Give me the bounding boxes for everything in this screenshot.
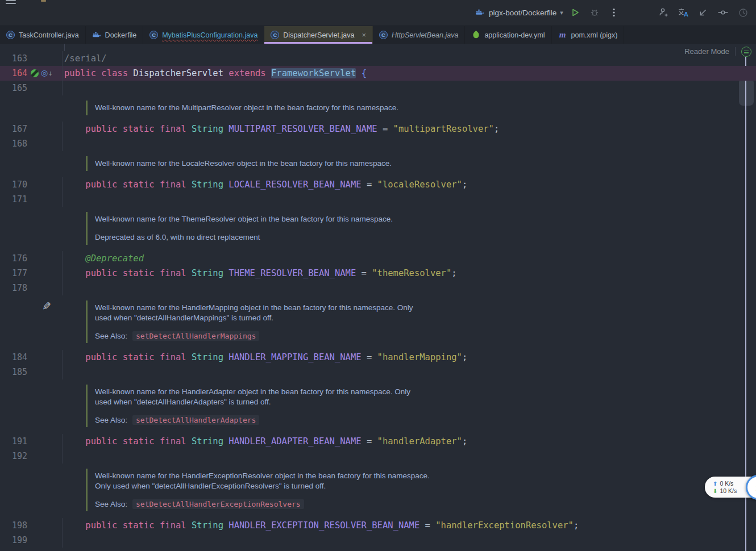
tab-application-dev-yml[interactable]: application-dev.yml — [465, 26, 551, 44]
subclassed-icon[interactable]: ◎↓ — [41, 69, 53, 78]
line-number[interactable]: 170 — [0, 177, 27, 192]
doc-line: Well-known name for the LocaleResolver o… — [95, 158, 392, 169]
tab-label: pom.xml (pigx) — [571, 31, 618, 39]
tab-dispatcherservlet-java[interactable]: CDispatcherServlet.java× — [264, 26, 373, 44]
token-plain — [64, 253, 85, 264]
code-line-176[interactable]: 176 @Deprecated — [0, 251, 756, 266]
code-text — [63, 281, 64, 295]
line-number[interactable]: 171 — [0, 192, 27, 207]
hamburger-menu-icon[interactable] — [6, 0, 16, 4]
code-line-163[interactable]: 163/serial/ — [0, 51, 756, 66]
debug-button[interactable] — [587, 5, 602, 20]
upload-arrow-icon: ⬆ — [713, 480, 717, 487]
tab-label: DispatcherServlet.java — [283, 31, 354, 39]
class-icon: C — [379, 31, 388, 39]
history-clock-icon[interactable] — [736, 5, 750, 20]
code-line-167[interactable]: 167 public static final String MULTIPART… — [0, 122, 756, 136]
gutter: 185 — [0, 365, 63, 379]
line-number[interactable]: 199 — [0, 533, 27, 548]
token-op: = — [362, 268, 372, 278]
doc-comment-block: Well-known name for the LocaleResolver o… — [0, 151, 756, 177]
token-op: ; — [462, 436, 467, 446]
code-line-199[interactable]: 199 — [0, 533, 756, 548]
line-number[interactable]: 178 — [0, 281, 27, 295]
see-also-link[interactable]: setDetectAllHandlerAdapters — [132, 415, 259, 425]
token-plain — [64, 124, 85, 134]
line-number[interactable]: 176 — [0, 251, 27, 266]
editor-pane[interactable]: Reader Mode 163/serial/164◎↓public class… — [0, 44, 756, 551]
doc-paragraph: Well-known name for the LocaleResolver o… — [95, 158, 392, 169]
tab-mybatisplusconfiguration-java[interactable]: CMybatisPlusConfiguration.java — [143, 26, 264, 44]
token-kw: public class — [64, 68, 133, 78]
line-number[interactable]: 163 — [0, 51, 27, 66]
run-configuration-widget[interactable]: pigx-boot/Dockerfile ▾ — [475, 5, 621, 20]
code-line-185[interactable]: 185 — [0, 365, 756, 379]
line-number[interactable]: 191 — [0, 434, 27, 449]
spring-bean-icon[interactable] — [31, 69, 39, 77]
code-line-184[interactable]: 184 public static final String HANDLER_M… — [0, 350, 756, 365]
move-window-arrow-icon[interactable] — [696, 5, 711, 20]
code-line-177[interactable]: 177 public static final String THEME_RES… — [0, 266, 756, 281]
token-plain — [64, 520, 85, 531]
token-plain — [64, 268, 85, 278]
token-op: = — [367, 436, 377, 446]
tab-httpservletbean-java[interactable]: CHttpServletBean.java — [373, 26, 465, 44]
line-number[interactable]: 185 — [0, 365, 27, 379]
tab-dockerfile[interactable]: Dockerfile — [86, 26, 144, 44]
code-line-198[interactable]: 198 public static final String HANDLER_E… — [0, 518, 756, 533]
edit-pencil-icon[interactable]: ✎ — [42, 300, 51, 312]
line-number[interactable]: 198 — [0, 518, 27, 533]
tab-taskcontroller-java[interactable]: CTaskController.java — [0, 26, 86, 44]
code-line-164[interactable]: 164◎↓public class DispatcherServlet exte… — [0, 66, 756, 81]
token-op: = — [367, 180, 377, 190]
code-line-192[interactable]: 192 — [0, 449, 756, 464]
code-text — [63, 192, 64, 207]
doc-comment-body: Well-known name for the HandlerMapping o… — [86, 300, 413, 343]
line-number[interactable]: 164 — [0, 66, 27, 81]
doc-comment-body: Well-known name for the MultipartResolve… — [86, 101, 398, 115]
token-kw: extends — [229, 68, 271, 78]
code-line-165[interactable]: 165 — [0, 81, 756, 95]
gutter: 176 — [0, 251, 63, 266]
token-str: "themeResolver" — [372, 268, 451, 278]
code-line-171[interactable]: 171 — [0, 192, 756, 207]
more-options-kebab-icon[interactable] — [607, 5, 621, 20]
token-type: String — [192, 268, 229, 278]
token-const: LOCALE_RESOLVER_BEAN_NAME — [229, 180, 367, 190]
translate-icon[interactable]: A — [676, 5, 691, 20]
doc-paragraph: Well-known name for the ThemeResolver ob… — [95, 214, 393, 224]
line-number[interactable]: 184 — [0, 350, 27, 365]
token-const: MULTIPART_RESOLVER_BEAN_NAME — [229, 124, 383, 134]
tab-close-icon[interactable]: × — [362, 31, 366, 39]
doc-line: Well-known name for the HandlerAdapter o… — [95, 387, 410, 397]
doc-paragraph: Deprecated as of 6.0, with no direct rep… — [95, 232, 393, 243]
code-line-178[interactable]: 178 — [0, 281, 756, 295]
tab-label: HttpServletBean.java — [392, 31, 458, 39]
see-also-label: See Also: — [95, 500, 127, 508]
code-line-168[interactable]: 168 — [0, 136, 756, 151]
doc-comment-body: Well-known name for the HandlerAdapter o… — [86, 385, 410, 427]
line-number[interactable]: 168 — [0, 136, 27, 151]
commit-icon[interactable] — [716, 5, 730, 20]
code-with-me-icon[interactable] — [656, 5, 671, 20]
see-also-link[interactable]: setDetectAllHandlerMappings — [132, 331, 259, 341]
inspections-widget-icon[interactable] — [741, 47, 751, 57]
code-line-191[interactable]: 191 public static final String HANDLER_A… — [0, 434, 756, 449]
token-plain — [64, 180, 85, 190]
line-number[interactable]: 167 — [0, 122, 27, 136]
line-number[interactable]: 177 — [0, 266, 27, 281]
tab-pom-xml-pigx[interactable]: mpom.xml (pigx) — [552, 26, 625, 44]
line-number[interactable]: 165 — [0, 81, 27, 95]
code-line-170[interactable]: 170 public static final String LOCALE_RE… — [0, 177, 756, 192]
run-button[interactable] — [568, 5, 583, 20]
token-plain — [64, 352, 85, 362]
line-number[interactable]: 192 — [0, 449, 27, 464]
see-also-link[interactable]: setDetectAllHandlerExceptionResolvers — [132, 499, 304, 509]
reader-mode-label[interactable]: Reader Mode — [684, 47, 729, 56]
token-str: "multipartResolver" — [393, 124, 494, 134]
token-plain — [64, 436, 85, 446]
token-cls-hl: FrameworkServlet — [271, 68, 356, 78]
code-text: public static final String THEME_RESOLVE… — [63, 266, 457, 281]
doc-line: Well-known name for the HandlerException… — [95, 471, 430, 481]
see-also-label: See Also: — [95, 332, 127, 340]
